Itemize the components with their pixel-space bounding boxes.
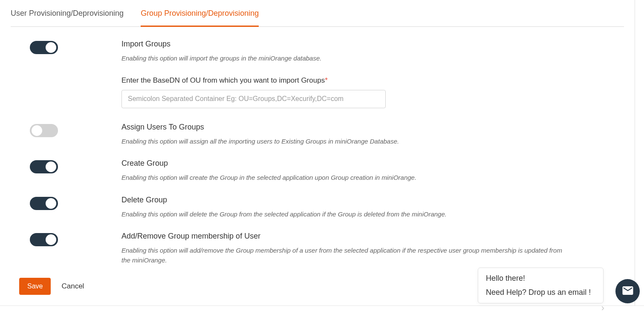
desc-membership: Enabling this option will add/remove the… xyxy=(121,246,569,265)
row-membership: Add/Remove Group membership of User Enab… xyxy=(11,232,624,265)
help-bubble[interactable]: Hello there! Need Help? Drop us an email… xyxy=(478,268,604,303)
scroll-right-hint: › xyxy=(601,303,604,313)
input-base-dn[interactable] xyxy=(121,90,386,108)
toggle-create-group[interactable] xyxy=(30,160,58,173)
tab-group-provisioning[interactable]: Group Provisioning/Deprovisioning xyxy=(141,9,259,27)
settings-sections: Import Groups Enabling this option will … xyxy=(11,27,624,295)
title-delete-group: Delete Group xyxy=(121,196,569,205)
title-membership: Add/Remove Group membership of User xyxy=(121,232,569,241)
row-import-groups: Import Groups Enabling this option will … xyxy=(11,40,624,108)
desc-assign-users: Enabling this option will assign all the… xyxy=(121,137,569,147)
save-button[interactable]: Save xyxy=(19,278,51,295)
label-base-dn: Enter the BaseDN of OU from which you wa… xyxy=(121,76,569,85)
title-import-groups: Import Groups xyxy=(121,40,569,49)
content-area: User Provisioning/Deprovisioning Group P… xyxy=(0,0,635,306)
tab-user-provisioning[interactable]: User Provisioning/Deprovisioning xyxy=(11,9,124,27)
row-assign-users: Assign Users To Groups Enabling this opt… xyxy=(11,123,624,147)
cancel-button[interactable]: Cancel xyxy=(61,282,84,291)
row-delete-group: Delete Group Enabling this option will d… xyxy=(11,196,624,219)
desc-delete-group: Enabling this option will delete the Gro… xyxy=(121,210,569,219)
title-assign-users: Assign Users To Groups xyxy=(121,123,569,132)
toggle-assign-users[interactable] xyxy=(30,124,58,137)
desc-create-group: Enabling this option will create the Gro… xyxy=(121,173,569,183)
toggle-import-groups[interactable] xyxy=(30,41,58,54)
mail-icon xyxy=(621,284,634,299)
help-message: Need Help? Drop us an email ! xyxy=(486,288,595,297)
required-indicator: * xyxy=(325,76,328,84)
desc-import-groups: Enabling this option will import the gro… xyxy=(121,54,569,63)
tabs-bar: User Provisioning/Deprovisioning Group P… xyxy=(11,0,624,27)
toggle-membership[interactable] xyxy=(30,233,58,246)
title-create-group: Create Group xyxy=(121,159,569,168)
toggle-delete-group[interactable] xyxy=(30,197,58,210)
bottom-divider xyxy=(0,305,644,306)
chat-button[interactable] xyxy=(615,279,640,303)
help-greeting: Hello there! xyxy=(486,274,595,283)
row-create-group: Create Group Enabling this option will c… xyxy=(11,159,624,183)
